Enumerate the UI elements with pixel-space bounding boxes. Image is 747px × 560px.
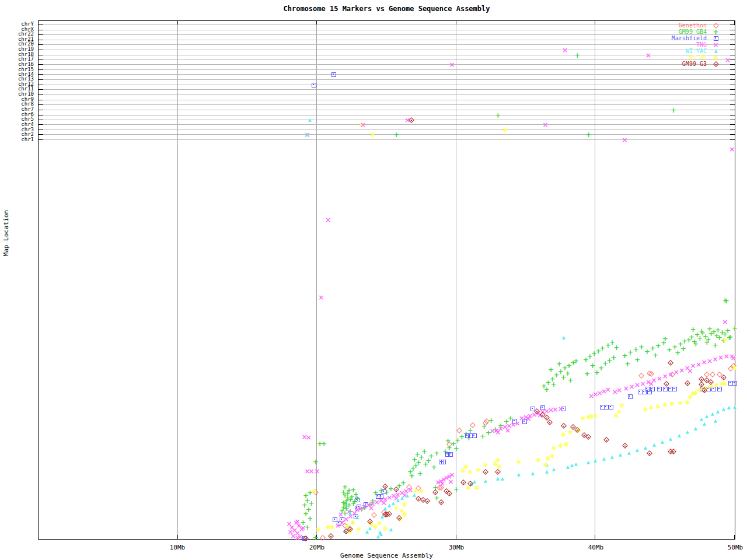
- data-point-tng: ×: [662, 373, 668, 379]
- data-point-tng: ×: [395, 492, 401, 498]
- data-point-genethon: [728, 366, 734, 372]
- data-point-gm99-gb4: +: [598, 365, 604, 371]
- data-point-gm99-gb4: +: [410, 466, 416, 471]
- x-tick-label: 50Mb: [728, 544, 743, 551]
- data-point-wi-yac: [722, 408, 725, 411]
- data-point-gm99-gb4: +: [453, 446, 459, 452]
- data-point-wi-rh: ∗: [476, 467, 482, 473]
- data-point-tng: ×: [361, 504, 367, 510]
- data-point-gm99-gb4: +: [562, 365, 568, 371]
- data-point-gm99-gb4: +: [644, 349, 650, 355]
- data-point-tng: ×: [304, 468, 310, 474]
- data-point-wi-yac: [406, 494, 409, 498]
- data-point-wi-yac: [566, 465, 570, 468]
- data-point-gm99-gb4: +: [421, 449, 427, 454]
- data-point-marshfield: [337, 521, 341, 526]
- data-point-marshfield: [672, 387, 677, 391]
- data-point-tng: ×: [449, 472, 455, 478]
- data-point-genethon: [484, 418, 490, 424]
- data-point-tng: ×: [544, 408, 550, 414]
- data-point-wi-yac: [496, 477, 500, 481]
- data-point-gm99-g3: [561, 423, 567, 429]
- data-point-tng: ×: [685, 365, 690, 371]
- data-point-wi-rh: ∗: [732, 365, 738, 370]
- data-point-gm99-g3: [668, 449, 673, 454]
- data-point-gm99-g3: [382, 484, 388, 489]
- chromosome-line-chr22: [39, 34, 735, 35]
- data-point-gm99-gb4: +: [466, 435, 472, 441]
- chromosome-label-chr1: chr1: [0, 137, 34, 142]
- data-point-wi-yac: [716, 410, 720, 413]
- chromosome-hit-chr3: ∗: [502, 127, 508, 133]
- data-point-marshfield: [647, 390, 652, 394]
- data-point-marshfield: [439, 460, 444, 464]
- chromosome-hit-chr4: ∗: [358, 122, 365, 128]
- legend-marker-glyph: ×: [713, 42, 719, 48]
- data-point-marshfield: [472, 433, 477, 438]
- data-point-gm99-gb4: +: [350, 487, 356, 493]
- data-point-tng: ×: [352, 510, 358, 516]
- data-point-gm99-gb4: +: [566, 363, 572, 369]
- data-point-wi-yac: [694, 427, 697, 430]
- data-point-genethon: [342, 523, 348, 528]
- data-point-gm99-gb4: +: [565, 370, 571, 376]
- data-point-gm99-gb4: +: [481, 424, 487, 429]
- data-point-wi-rh: ∗: [329, 524, 336, 530]
- data-point-gm99-gb4: +: [343, 503, 349, 509]
- data-point-gm99-gb4: +: [300, 520, 306, 526]
- data-point-gm99-gb4: +: [361, 505, 367, 510]
- data-point-tng: ×: [339, 520, 345, 526]
- data-point-wi-rh: ∗: [482, 462, 488, 468]
- data-point-wi-rh: ∗: [466, 485, 472, 491]
- data-point-tng: ×: [314, 468, 320, 474]
- data-point-gm99-gb4: +: [605, 342, 611, 348]
- data-point-genethon: [638, 373, 644, 379]
- data-point-tng: ×: [668, 372, 673, 377]
- data-point-wi-rh: ∗: [550, 445, 557, 451]
- gridline-30Mb: [456, 21, 456, 539]
- data-point-wi-yac: [545, 470, 549, 474]
- data-point-tng: ×: [295, 530, 301, 536]
- data-point-wi-yac: [388, 504, 391, 508]
- data-point-genethon: [717, 372, 722, 377]
- chromosome-hit-chr1: ×: [622, 137, 627, 143]
- data-point-wi-yac: [661, 440, 664, 444]
- data-point-tng: ×: [701, 359, 707, 365]
- data-point-wi-yac: [383, 506, 387, 510]
- data-point-gm99-gb4: +: [370, 498, 376, 504]
- data-point-tng: ×: [446, 474, 452, 480]
- data-point-gm99-gb4: +: [706, 337, 711, 342]
- legend-item-marshfield: Marshfield: [672, 35, 722, 41]
- data-point-wi-yac: [552, 468, 556, 471]
- data-point-wi-yac: [413, 494, 416, 497]
- data-point-tng: ×: [531, 412, 537, 418]
- data-point-gm99-gb4: +: [703, 334, 708, 340]
- legend-item-wi-yac: WI YAC: [672, 48, 722, 54]
- data-point-tng: ×: [707, 358, 713, 364]
- chromosome-line-chr4: [39, 124, 735, 125]
- chromosome-line-chrX: [39, 30, 735, 30]
- data-point-wi-yac: [389, 528, 393, 531]
- data-point-marshfield: [530, 407, 535, 411]
- data-point-wi-rh: ∗: [619, 402, 625, 408]
- data-point-gm99-gb4: +: [678, 341, 683, 347]
- data-point-gm99-g3: [495, 469, 501, 475]
- data-point-gm99-gb4: +: [317, 441, 323, 447]
- data-point-wi-yac: [396, 499, 400, 502]
- data-point-genethon: [381, 509, 387, 515]
- legend: GenethonGM99 GB4+MarshfieldTNG×WI YACWI …: [672, 22, 722, 67]
- x-tick-label: 10Mb: [170, 544, 186, 551]
- data-point-gm99-g3: [416, 496, 421, 502]
- data-point-gm99-gb4: +: [423, 461, 428, 467]
- data-point-wi-yac: [376, 534, 380, 538]
- data-point-marshfield: [340, 517, 344, 522]
- legend-item-tng: TNG×: [672, 41, 722, 48]
- data-point-gm99-gb4: +: [346, 502, 352, 508]
- data-point-wi-rh: ∗: [402, 512, 408, 517]
- legend-marker: ×: [707, 41, 722, 48]
- data-point-wi-yac: [470, 482, 473, 486]
- data-point-gm99-gb4: +: [613, 345, 619, 351]
- data-point-marshfield: [706, 387, 711, 391]
- data-point-gm99-g3: [444, 488, 449, 494]
- data-point-gm99-gb4: +: [508, 415, 514, 421]
